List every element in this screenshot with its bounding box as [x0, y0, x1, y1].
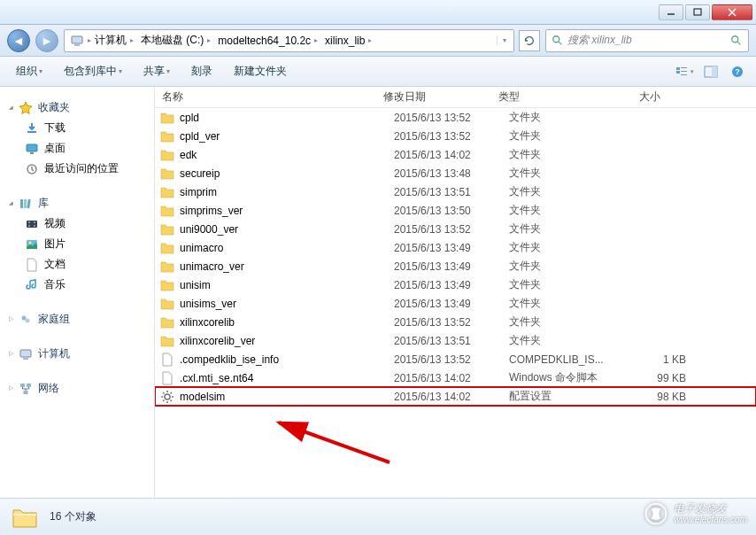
file-date: 2015/6/13 13:52 — [394, 130, 509, 143]
network-icon — [19, 382, 33, 396]
window-close-button[interactable] — [712, 4, 752, 20]
new-folder-button[interactable]: 新建文件夹 — [225, 60, 296, 82]
computer-icon — [19, 347, 33, 361]
library-icon — [19, 197, 33, 211]
file-row[interactable]: edk2015/6/13 14:02文件夹 — [155, 145, 756, 164]
download-icon — [25, 121, 39, 136]
breadcrumb-part[interactable]: 计算机▸ — [91, 33, 137, 48]
breadcrumb-part[interactable]: xilinx_lib▸ — [321, 35, 375, 47]
file-type: 文件夹 — [509, 166, 615, 181]
view-options-button[interactable]: ▾ — [673, 60, 696, 83]
file-row[interactable]: modelsim2015/6/13 14:02配置设置98 KB — [155, 387, 756, 406]
file-type: 文件夹 — [509, 221, 615, 236]
preview-pane-button[interactable] — [699, 60, 722, 83]
file-row[interactable]: .cxl.mti_se.nt642015/6/13 14:02Windows 命… — [155, 368, 756, 387]
star-icon — [19, 101, 33, 115]
file-name: simprim — [180, 186, 394, 198]
file-name: modelsim — [180, 391, 394, 403]
document-icon — [25, 258, 39, 272]
svg-rect-20 — [681, 71, 687, 72]
breadcrumb[interactable]: ▸ 计算机▸ 本地磁盘 (C:)▸ modeltech64_10.2c▸ xil… — [64, 29, 514, 52]
svg-point-34 — [28, 221, 30, 223]
file-row[interactable]: unimacro2015/6/13 13:49文件夹 — [155, 238, 756, 257]
sidebar-homegroup[interactable]: 家庭组 — [5, 309, 149, 330]
file-date: 2015/6/13 14:02 — [394, 391, 509, 403]
nav-forward-button[interactable]: ► — [35, 29, 58, 52]
sidebar-favorites[interactable]: 收藏夹 — [5, 97, 149, 118]
status-text: 16 个对象 — [50, 509, 96, 524]
help-button[interactable]: ? — [726, 60, 749, 83]
file-type: 文件夹 — [509, 333, 615, 348]
breadcrumb-part[interactable]: modeltech64_10.2c▸ — [214, 35, 321, 47]
picture-icon — [25, 237, 39, 252]
svg-rect-32 — [27, 198, 30, 207]
sidebar-item-pictures[interactable]: 图片 — [5, 234, 149, 254]
file-type: Windows 命令脚本 — [509, 370, 615, 385]
column-date[interactable]: 修改日期 — [376, 89, 491, 105]
file-row[interactable]: unisims_ver2015/6/13 13:49文件夹 — [155, 294, 756, 313]
svg-rect-45 — [27, 384, 31, 387]
sidebar-item-documents[interactable]: 文档 — [5, 254, 149, 275]
window-minimize-button[interactable] — [659, 4, 683, 20]
file-date: 2015/6/13 13:48 — [394, 167, 509, 180]
file-row[interactable]: xilinxcorelib2015/6/13 13:52文件夹 — [155, 313, 756, 331]
file-row[interactable]: cpld_ver2015/6/13 13:52文件夹 — [155, 127, 756, 145]
file-name: cpld — [180, 112, 394, 124]
watermark-logo-icon — [644, 501, 668, 526]
sidebar-network[interactable]: 网络 — [5, 378, 149, 399]
file-name: unisim — [180, 279, 394, 291]
file-row[interactable]: xilinxcorelib_ver2015/6/13 13:51文件夹 — [155, 331, 756, 350]
recent-icon — [25, 162, 39, 176]
svg-rect-31 — [24, 199, 27, 208]
file-date: 2015/6/13 13:49 — [394, 279, 509, 291]
file-row[interactable]: uni9000_ver2015/6/13 13:52文件夹 — [155, 220, 756, 238]
svg-rect-33 — [27, 221, 37, 228]
organize-button[interactable]: 组织 ▾ — [7, 60, 51, 82]
column-name[interactable]: 名称 — [155, 89, 376, 105]
titlebar — [0, 0, 756, 25]
file-row[interactable]: unisim2015/6/13 13:49文件夹 — [155, 275, 756, 294]
file-date: 2015/6/13 13:51 — [394, 186, 509, 198]
file-row[interactable]: simprim2015/6/13 13:51文件夹 — [155, 182, 756, 201]
breadcrumb-part[interactable]: 本地磁盘 (C:)▸ — [137, 33, 214, 48]
file-row[interactable]: .compedklib_ise_info2015/6/13 13:52COMPE… — [155, 350, 756, 368]
file-row[interactable]: secureip2015/6/13 13:48文件夹 — [155, 164, 756, 182]
sidebar-item-desktop[interactable]: 桌面 — [5, 138, 149, 159]
toolbar: 组织 ▾ 包含到库中 ▾ 共享 ▾ 刻录 新建文件夹 ▾ ? — [0, 57, 756, 87]
search-input[interactable]: 搜索 xilinx_lib — [545, 29, 749, 52]
sidebar-item-videos[interactable]: 视频 — [5, 213, 149, 234]
search-go-icon[interactable] — [730, 35, 743, 47]
svg-rect-46 — [24, 391, 28, 394]
window-maximize-button[interactable] — [685, 4, 710, 20]
file-list[interactable]: cpld2015/6/13 13:52文件夹cpld_ver2015/6/13 … — [155, 108, 756, 498]
svg-rect-44 — [20, 384, 25, 387]
nav-back-button[interactable]: ◄ — [7, 29, 30, 52]
share-button[interactable]: 共享 ▾ — [135, 60, 179, 82]
column-size[interactable]: 大小 — [598, 89, 668, 105]
file-row[interactable]: cpld2015/6/13 13:52文件夹 — [155, 108, 756, 127]
watermark: 电子发烧友www.elecfans.com — [644, 501, 747, 526]
sidebar: 收藏夹 下载 桌面 最近访问的位置 库 视频 图片 文档 音乐 家庭组 计算机 … — [0, 87, 155, 498]
svg-rect-42 — [20, 350, 31, 357]
file-type: 文件夹 — [509, 277, 615, 292]
svg-rect-19 — [681, 67, 687, 68]
file-row[interactable]: unimacro_ver2015/6/13 13:49文件夹 — [155, 257, 756, 275]
refresh-button[interactable] — [519, 30, 540, 51]
file-size: 99 KB — [615, 372, 686, 384]
sidebar-item-music[interactable]: 音乐 — [5, 275, 149, 295]
file-date: 2015/6/13 13:52 — [394, 112, 509, 124]
column-headers[interactable]: 名称 修改日期 类型 大小 — [155, 87, 756, 108]
file-size: 1 KB — [615, 353, 686, 366]
column-type[interactable]: 类型 — [491, 89, 598, 105]
burn-button[interactable]: 刻录 — [182, 60, 221, 82]
breadcrumb-dropdown-icon[interactable]: ▾ — [497, 36, 512, 44]
file-row[interactable]: simprims_ver2015/6/13 13:50文件夹 — [155, 201, 756, 220]
sidebar-item-recent[interactable]: 最近访问的位置 — [5, 159, 149, 179]
include-in-library-button[interactable]: 包含到库中 ▾ — [55, 60, 131, 82]
svg-rect-12 — [694, 9, 701, 15]
sidebar-libraries[interactable]: 库 — [5, 193, 149, 213]
sidebar-computer[interactable]: 计算机 — [5, 344, 149, 364]
svg-rect-26 — [27, 131, 36, 133]
computer-icon — [70, 34, 84, 48]
sidebar-item-downloads[interactable]: 下载 — [5, 118, 149, 138]
